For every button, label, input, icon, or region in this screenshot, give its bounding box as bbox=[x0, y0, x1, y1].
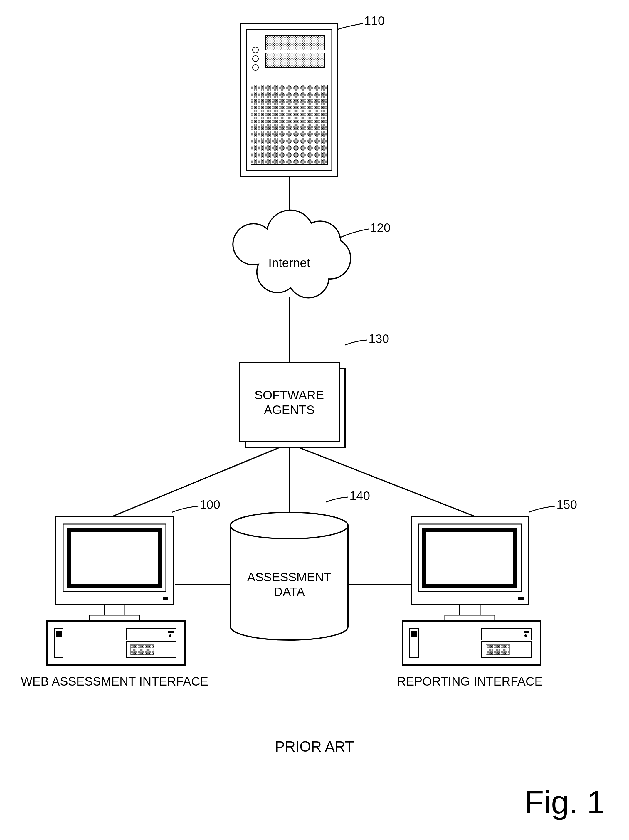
ref-120: 120 bbox=[370, 221, 390, 235]
ref-140: 140 bbox=[349, 489, 370, 503]
report-if-label: REPORTING INTERFACE bbox=[397, 674, 543, 688]
svg-rect-11 bbox=[266, 35, 324, 50]
figure-label: Fig. 1 bbox=[524, 784, 605, 820]
svg-rect-34 bbox=[424, 530, 515, 586]
svg-rect-15 bbox=[239, 363, 339, 442]
svg-point-9 bbox=[253, 56, 258, 62]
agents-label-1: SOFTWARE bbox=[254, 388, 324, 402]
svg-rect-29 bbox=[131, 644, 154, 655]
svg-rect-35 bbox=[518, 597, 523, 600]
leader-line bbox=[339, 229, 368, 238]
svg-rect-27 bbox=[126, 628, 176, 640]
svg-rect-22 bbox=[104, 605, 125, 615]
data-label-1: ASSESSMENT bbox=[247, 570, 331, 584]
svg-rect-40 bbox=[411, 631, 417, 637]
svg-rect-20 bbox=[69, 530, 160, 586]
ref-150: 150 bbox=[556, 497, 577, 512]
svg-point-17 bbox=[231, 512, 348, 539]
cloud-icon bbox=[233, 210, 351, 298]
svg-point-45 bbox=[525, 635, 527, 637]
svg-rect-12 bbox=[266, 53, 324, 68]
svg-rect-21 bbox=[163, 597, 168, 600]
leader-line bbox=[172, 506, 198, 512]
prior-art-label: PRIOR ART bbox=[275, 738, 354, 755]
svg-rect-41 bbox=[482, 628, 531, 640]
server-icon bbox=[241, 24, 338, 176]
leader-line bbox=[338, 24, 363, 29]
leader-line bbox=[529, 506, 555, 512]
svg-point-10 bbox=[253, 65, 258, 71]
ref-130: 130 bbox=[368, 332, 389, 346]
workstation-right-icon bbox=[402, 517, 540, 665]
svg-rect-37 bbox=[445, 615, 495, 621]
cloud-label: Internet bbox=[269, 256, 310, 270]
leader-line bbox=[345, 340, 367, 345]
workstation-left-icon bbox=[47, 517, 185, 665]
svg-rect-30 bbox=[168, 631, 174, 633]
ref-110: 110 bbox=[364, 14, 385, 28]
svg-rect-36 bbox=[460, 605, 480, 615]
svg-rect-13 bbox=[251, 85, 327, 164]
svg-rect-23 bbox=[90, 615, 139, 621]
connector bbox=[300, 448, 476, 517]
web-if-label: WEB ASSESSMENT INTERFACE bbox=[21, 674, 209, 688]
svg-rect-26 bbox=[56, 631, 62, 637]
svg-point-31 bbox=[169, 635, 171, 637]
agents-label-2: AGENTS bbox=[264, 403, 315, 417]
svg-point-8 bbox=[253, 47, 258, 53]
data-label-2: DATA bbox=[274, 585, 305, 598]
ref-100: 100 bbox=[200, 497, 220, 512]
svg-rect-43 bbox=[486, 644, 509, 655]
svg-rect-44 bbox=[523, 631, 529, 633]
leader-line bbox=[326, 497, 348, 502]
